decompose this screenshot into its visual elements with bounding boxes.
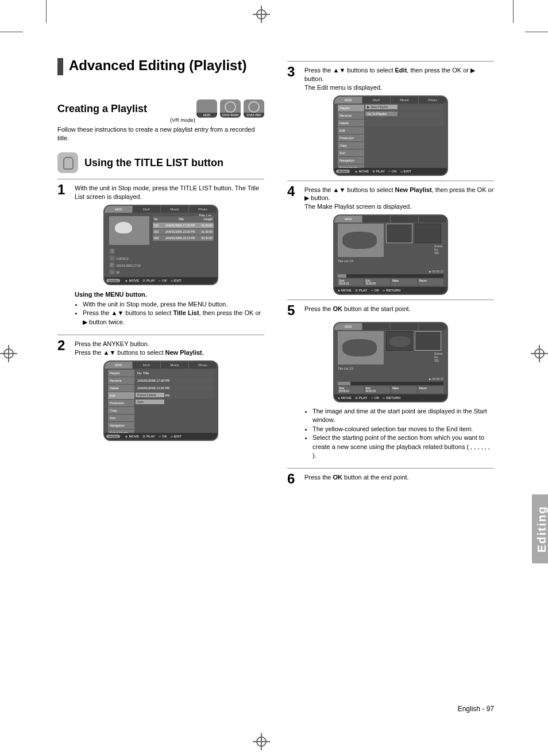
- step-1: 1 With the unit in Stop mode, press the …: [57, 183, 264, 200]
- divider: [57, 179, 264, 179]
- step5-bullet: The image and time at the start point ar…: [312, 407, 494, 425]
- register-crosshair: [253, 733, 270, 750]
- register-crosshair: [0, 345, 17, 362]
- step-3: 3 Press the ▲▼ buttons to select Edit, t…: [287, 65, 494, 91]
- make-playlist-1-screenshot: HDD Make Playlist Scene No. 001 Title Li…: [333, 214, 448, 295]
- media-icons: HDD DVD-RAM DVD-RW: [195, 99, 264, 119]
- title-list-screenshot: HDD DivX Music Photo Title List ☰ i3 MPE…: [103, 205, 218, 285]
- page-number: English - 97: [458, 705, 494, 713]
- menu-bullet: Press the ▲▼ buttons to select Title Lis…: [83, 309, 264, 327]
- make-playlist-2-screenshot: HDD Make Playlist Scene No. 001 Title Li…: [333, 322, 448, 402]
- step5-bullet: The yellow-coloured selection bar moves …: [312, 425, 494, 433]
- crop-mark: [0, 32, 23, 32]
- dvd-ram-icon: DVD-RAM: [220, 99, 241, 118]
- touch-icon: [57, 152, 78, 173]
- side-tab-editing: Editing: [532, 494, 548, 563]
- crop-mark: [46, 0, 47, 23]
- register-crosshair: [253, 6, 270, 23]
- step-5: 5 Press the OK button at the start point…: [287, 304, 494, 317]
- step-4: 4 Press the ▲▼ buttons to select New Pla…: [287, 185, 494, 210]
- register-crosshair: [531, 345, 548, 362]
- step-6: 6 Press the OK button at the end point.: [287, 472, 494, 486]
- section-title: Advanced Editing (Playlist): [57, 57, 264, 75]
- using-title: Using the TITLE LIST button: [84, 157, 223, 169]
- dvd-rw-icon: DVD-RW: [244, 99, 264, 118]
- playlist-menu-screenshot: HDD DivX Music Photo Title List Playlist…: [333, 95, 448, 176]
- crop-mark: [525, 32, 548, 32]
- intro-text: Follow these instructions to create a ne…: [57, 125, 264, 143]
- using-menu-heading: Using the MENU button.: [75, 291, 264, 298]
- hdd-icon: HDD: [196, 99, 217, 118]
- step-2: 2 Press the ANYKEY button. Press the ▲▼ …: [57, 339, 264, 356]
- subsection-heading-row: Creating a Playlist HDD DVD-RAM DVD-RW: [57, 103, 264, 115]
- time-icon: ⏱: [109, 262, 115, 268]
- meta-icon: i: [109, 255, 115, 261]
- list-icon: ☰: [109, 248, 115, 254]
- crop-mark: [513, 0, 514, 23]
- edit-menu-screenshot: HDD DivX Music Photo Title List Playlist…: [103, 360, 218, 441]
- subsection-title: Creating a Playlist: [57, 103, 147, 115]
- sp-icon: □: [109, 269, 115, 275]
- menu-bullet: With the unit in Stop mode, press the ME…: [83, 300, 264, 309]
- step5-bullet: Select the starting point of the section…: [312, 433, 494, 460]
